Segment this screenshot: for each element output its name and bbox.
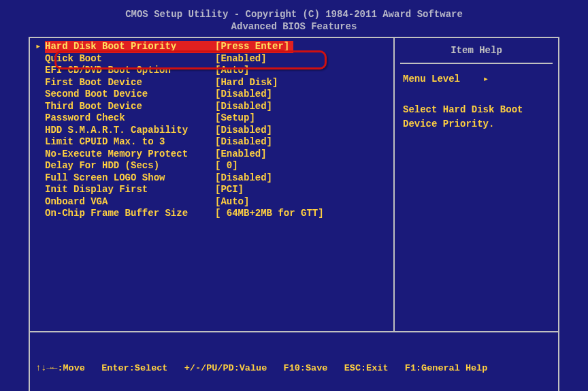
setting-label: Full Screen LOGO Show <box>45 172 215 185</box>
setting-value[interactable]: [ 64MB+2MB for GTT] <box>215 208 324 220</box>
setting-row[interactable]: Full Screen LOGO Show[Disabled] <box>35 172 388 185</box>
setting-label: Init Display First <box>45 184 215 196</box>
submenu-arrow-icon <box>35 208 45 220</box>
setting-row[interactable]: Limit CPUID Max. to 3[Disabled] <box>35 136 388 148</box>
setting-value[interactable]: [Disabled] <box>215 89 272 101</box>
setting-row[interactable]: Second Boot Device[Disabled] <box>35 89 388 101</box>
chevron-right-icon: ▸ <box>483 72 489 87</box>
setting-value[interactable]: [Disabled] <box>215 125 272 137</box>
setting-row[interactable]: On-Chip Frame Buffer Size[ 64MB+2MB for … <box>35 208 388 220</box>
setting-row[interactable]: First Boot Device[Hard Disk] <box>35 77 388 89</box>
setting-label: Delay For HDD (Secs) <box>45 160 215 172</box>
submenu-arrow-icon <box>35 184 45 196</box>
setting-label: Quick Boot <box>45 53 215 65</box>
header-line2: Advanced BIOS Features <box>0 20 588 33</box>
settings-panel: ▸Hard Disk Boot Priority[Press Enter] Qu… <box>30 38 395 331</box>
setting-row[interactable]: Quick Boot[Enabled] <box>35 53 388 65</box>
setting-label: Limit CPUID Max. to 3 <box>45 136 215 148</box>
setting-row[interactable]: Delay For HDD (Secs)[ 0] <box>35 160 388 172</box>
setting-row[interactable]: Init Display First[PCI] <box>35 184 388 196</box>
setting-value[interactable]: [Auto] <box>215 65 249 77</box>
setting-value[interactable]: [Disabled] <box>215 172 272 185</box>
setting-row[interactable]: No-Execute Memory Protect[Enabled] <box>35 148 388 161</box>
setting-value[interactable]: [Auto] <box>215 196 249 208</box>
submenu-arrow-icon <box>35 77 45 89</box>
setting-label: Hard Disk Boot Priority <box>45 41 215 53</box>
submenu-arrow-icon <box>35 89 45 101</box>
menu-level-label: Menu Level <box>403 74 460 84</box>
setting-label: EFI CD/DVD Boot Option <box>45 65 215 77</box>
footer-hints: ↑↓→←:Move Enter:Select +/-/PU/PD:Value F… <box>29 331 559 391</box>
setting-row[interactable]: HDD S.M.A.R.T. Capability[Disabled] <box>35 125 388 137</box>
setting-row[interactable]: ▸Hard Disk Boot Priority[Press Enter] <box>35 41 388 53</box>
setting-label: First Boot Device <box>45 77 215 89</box>
setting-label: Second Boot Device <box>45 89 215 101</box>
footer-line1: ↑↓→←:Move Enter:Select +/-/PU/PD:Value F… <box>35 362 553 375</box>
setting-value[interactable]: [Press Enter] <box>215 41 293 53</box>
setting-value[interactable]: [ 0] <box>215 160 238 172</box>
submenu-arrow-icon <box>35 196 45 208</box>
setting-label: Password Check <box>45 112 215 125</box>
submenu-arrow-icon <box>35 101 45 113</box>
submenu-arrow-icon <box>35 125 45 137</box>
submenu-arrow-icon <box>35 65 45 77</box>
help-title: Item Help <box>400 41 553 64</box>
setting-value[interactable]: [Disabled] <box>215 101 272 113</box>
setting-value[interactable]: [Enabled] <box>215 53 267 65</box>
main-area: ▸Hard Disk Boot Priority[Press Enter] Qu… <box>29 37 559 331</box>
submenu-arrow-icon <box>35 148 45 161</box>
submenu-arrow-icon <box>35 172 45 185</box>
setting-row[interactable]: Third Boot Device[Disabled] <box>35 101 388 113</box>
setting-label: Third Boot Device <box>45 101 215 113</box>
bios-header: CMOS Setup Utility - Copyright (C) 1984-… <box>0 0 588 37</box>
submenu-arrow-icon <box>35 53 45 65</box>
setting-value[interactable]: [PCI] <box>215 184 244 196</box>
help-text: Select Hard Disk Boot Device Priority. <box>400 101 553 133</box>
setting-label: On-Chip Frame Buffer Size <box>45 208 215 220</box>
submenu-arrow-icon <box>35 160 45 172</box>
setting-label: HDD S.M.A.R.T. Capability <box>45 125 215 137</box>
submenu-arrow-icon: ▸ <box>35 41 45 53</box>
setting-label: Onboard VGA <box>45 196 215 208</box>
setting-row[interactable]: EFI CD/DVD Boot Option[Auto] <box>35 65 388 77</box>
setting-value[interactable]: [Enabled] <box>215 148 267 161</box>
setting-value[interactable]: [Setup] <box>215 112 255 125</box>
setting-value[interactable]: [Disabled] <box>215 136 272 148</box>
help-panel: Item Help Menu Level ▸ Select Hard Disk … <box>395 38 558 331</box>
setting-row[interactable]: Password Check[Setup] <box>35 112 388 125</box>
submenu-arrow-icon <box>35 136 45 148</box>
menu-level: Menu Level ▸ <box>400 71 553 88</box>
submenu-arrow-icon <box>35 112 45 125</box>
setting-label: No-Execute Memory Protect <box>45 148 215 161</box>
setting-value[interactable]: [Hard Disk] <box>215 77 278 89</box>
setting-row[interactable]: Onboard VGA[Auto] <box>35 196 388 208</box>
header-line1: CMOS Setup Utility - Copyright (C) 1984-… <box>0 8 588 20</box>
